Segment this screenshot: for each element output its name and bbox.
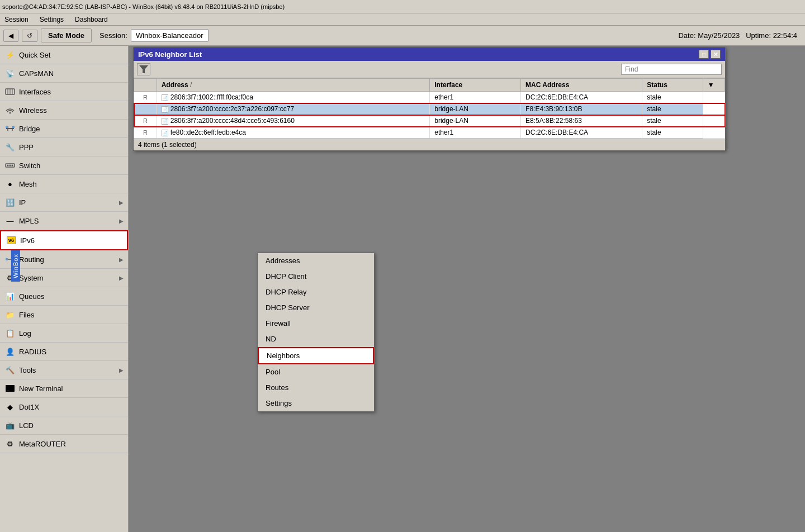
svg-marker-18 xyxy=(139,65,148,73)
sidebar-item-new-terminal[interactable]: _New Terminal xyxy=(0,379,128,398)
dropdown-item-neighbors[interactable]: Neighbors xyxy=(258,347,374,364)
table-body: R📄2806:3f7:1002::ffff:f0ca:f0caether1DC:… xyxy=(134,92,725,139)
ppp-label: PPP xyxy=(19,143,34,151)
dropdown-item-pool[interactable]: Pool xyxy=(258,364,374,380)
row-address: 📄2806:3f7:a200:cccc:2c37:a226:c097:cc77 xyxy=(157,103,430,115)
row-status: stale xyxy=(642,127,703,139)
row-interface: ether1 xyxy=(430,127,521,139)
window-title-bar: IPv6 Neighbor List □ ✕ xyxy=(134,48,725,61)
row-interface: bridge-LAN xyxy=(430,103,521,115)
row-prefix xyxy=(134,103,157,115)
dropdown-item-addresses[interactable]: Addresses xyxy=(258,253,374,269)
mpls-icon: — xyxy=(4,215,16,226)
files-label: Files xyxy=(19,311,34,319)
lcd-label: LCD xyxy=(19,421,34,430)
back-button[interactable]: ◀ xyxy=(3,30,18,42)
sidebar-item-ipv6[interactable]: v6IPv6 xyxy=(0,230,128,250)
date-value: May/25/2023 xyxy=(698,31,740,40)
mesh-label: Mesh xyxy=(19,180,37,188)
sidebar-item-queues[interactable]: 📊Queues xyxy=(0,287,128,306)
dropdown-item-dhcp-relay[interactable]: DHCP Relay xyxy=(258,284,374,300)
col-status[interactable]: Status xyxy=(642,79,703,92)
col-address[interactable]: Address / xyxy=(157,79,430,92)
routing-arrow: ▶ xyxy=(119,256,124,263)
bridge-label: Bridge xyxy=(19,125,40,133)
ipv6-dropdown-menu: AddressesDHCP ClientDHCP RelayDHCP Serve… xyxy=(257,253,375,412)
sidebar-item-lcd[interactable]: 📺LCD xyxy=(0,416,128,435)
radius-label: RADIUS xyxy=(19,348,46,356)
row-interface: ether1 xyxy=(430,92,521,103)
safe-mode-button[interactable]: Safe Mode xyxy=(41,28,92,42)
switch-icon xyxy=(4,160,16,171)
table-row[interactable]: R📄2806:3f7:1002::ffff:f0ca:f0caether1DC:… xyxy=(134,92,725,103)
window-toolbar xyxy=(134,61,725,78)
col-mac[interactable]: MAC Address xyxy=(521,79,642,92)
radius-icon: 👤 xyxy=(4,346,16,357)
title-bar: soporte@C4:AD:34:7E:92:5C (LAB-ISP-ABC) … xyxy=(0,0,805,13)
table-row[interactable]: R📄fe80::de2c:6eff:fedb:e4caether1DC:2C:6… xyxy=(134,127,725,139)
sidebar-item-capsman[interactable]: 📡CAPsMAN xyxy=(0,64,128,83)
queues-icon: 📊 xyxy=(4,291,16,302)
sidebar-item-switch[interactable]: Switch xyxy=(0,156,128,175)
mpls-label: MPLS xyxy=(19,217,39,225)
ip-arrow: ▶ xyxy=(119,200,124,206)
sidebar-item-ppp[interactable]: 🔧PPP xyxy=(0,138,128,156)
sidebar-item-ip[interactable]: 🔢IP▶ xyxy=(0,193,128,212)
row-mac: DC:2C:6E:DB:E4:CA xyxy=(521,127,642,139)
menu-bar: Session Settings Dashboard xyxy=(0,13,805,26)
close-button[interactable]: ✕ xyxy=(711,50,721,59)
sidebar-item-files[interactable]: 📁Files xyxy=(0,306,128,324)
sidebar-item-log[interactable]: 📋Log xyxy=(0,324,128,343)
interfaces-icon xyxy=(4,86,16,97)
window-controls: □ ✕ xyxy=(699,50,721,59)
log-icon: 📋 xyxy=(4,327,16,339)
sidebar-item-dot1x[interactable]: ◆Dot1X xyxy=(0,398,128,416)
row-prefix: R xyxy=(134,115,157,127)
sidebar-item-wireless[interactable]: Wireless xyxy=(0,101,128,120)
col-interface[interactable]: Interface xyxy=(430,79,521,92)
svg-rect-9 xyxy=(12,126,15,128)
dropdown-item-settings[interactable]: Settings xyxy=(258,396,374,411)
dropdown-item-routes[interactable]: Routes xyxy=(258,380,374,396)
ipv6-icon: v6 xyxy=(6,235,17,246)
quick-set-label: Quick Set xyxy=(19,51,50,59)
window-title: IPv6 Neighbor List xyxy=(138,50,202,59)
new-terminal-icon: _ xyxy=(4,383,16,394)
dropdown-item-nd[interactable]: ND xyxy=(258,331,374,347)
col-prefix xyxy=(134,79,157,92)
routing-label: Routing xyxy=(19,255,44,264)
dropdown-item-dhcp-client[interactable]: DHCP Client xyxy=(258,269,374,284)
session-value: Winbox-Balanceador xyxy=(131,29,209,42)
dropdown-item-firewall[interactable]: Firewall xyxy=(258,316,374,331)
sidebar-item-interfaces[interactable]: Interfaces xyxy=(0,83,128,101)
table-row[interactable]: R📄2806:3f7:a200:cccc:48d4:cce5:c493:6160… xyxy=(134,115,725,127)
sidebar-item-mpls[interactable]: —MPLS▶ xyxy=(0,212,128,230)
menu-session[interactable]: Session xyxy=(2,15,31,25)
tools-icon: 🔨 xyxy=(4,364,16,376)
sidebar-item-radius[interactable]: 👤RADIUS xyxy=(0,343,128,361)
table-row[interactable]: 📄2806:3f7:a200:cccc:2c37:a226:c097:cc77b… xyxy=(134,103,725,115)
menu-dashboard[interactable]: Dashboard xyxy=(73,15,110,25)
minimize-button[interactable]: □ xyxy=(699,50,709,59)
ppp-icon: 🔧 xyxy=(4,141,16,153)
sidebar-item-metarouter[interactable]: ⚙MetaROUTER xyxy=(0,435,128,453)
menu-settings[interactable]: Settings xyxy=(37,15,66,25)
row-address: 📄2806:3f7:1002::ffff:f0ca:f0ca xyxy=(157,92,430,103)
forward-button[interactable]: ↺ xyxy=(22,30,37,42)
bridge-icon xyxy=(4,123,16,134)
dropdown-item-dhcp-server[interactable]: DHCP Server xyxy=(258,300,374,316)
col-sort[interactable]: ▼ xyxy=(703,79,724,92)
svg-point-11 xyxy=(7,165,9,167)
new-terminal-label: New Terminal xyxy=(19,384,63,393)
row-status: stale xyxy=(642,92,703,103)
find-input[interactable] xyxy=(621,64,722,75)
sidebar-item-bridge[interactable]: Bridge xyxy=(0,120,128,138)
wireless-icon xyxy=(4,104,16,116)
sidebar-item-mesh[interactable]: ●Mesh xyxy=(0,175,128,193)
switch-label: Switch xyxy=(19,162,40,170)
sidebar-item-tools[interactable]: 🔨Tools▶ xyxy=(0,361,128,379)
row-prefix: R xyxy=(134,127,157,139)
sidebar-item-quick-set[interactable]: ⚡Quick Set xyxy=(0,46,128,64)
sidebar: ⚡Quick Set📡CAPsMANInterfacesWirelessBrid… xyxy=(0,46,129,532)
filter-button[interactable] xyxy=(137,63,150,75)
